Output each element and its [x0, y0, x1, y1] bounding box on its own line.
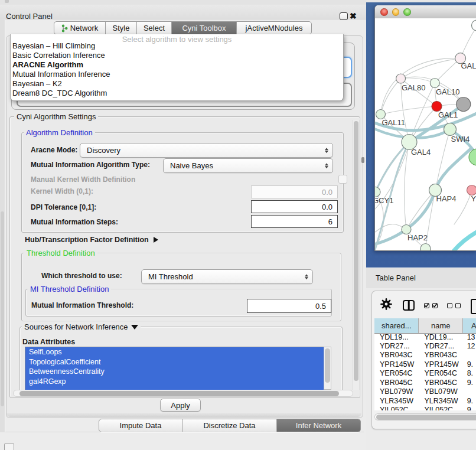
tab-style[interactable]: Style — [106, 22, 137, 34]
table-row[interactable]: YDL19...YDL19...13 — [374, 333, 476, 342]
network-view-window: GALGAL80GAL10GAL1GAL11SWI4GAL4GCY1HAP4YH… — [374, 5, 476, 251]
tab-label: Discretize Data — [203, 421, 255, 430]
manual-kernel-checkbox[interactable] — [338, 175, 347, 184]
mi-type-label: Mutual Information Algorithm Type: — [31, 161, 150, 169]
dpi-tolerance-label: DPI Tolerance [0,1]: — [31, 203, 96, 211]
column-header[interactable]: name — [419, 318, 463, 333]
settings-horizontal-scrollbar-thumb[interactable] — [19, 391, 339, 396]
sources-toggle[interactable]: Sources for Network Inference — [22, 322, 141, 331]
tab-jactivemnodules[interactable]: jActiveMNodules — [237, 22, 311, 34]
data-attributes-list[interactable]: SelfLoopsTopologicalCoefficientBetweenne… — [25, 347, 324, 391]
attribute-item[interactable]: BetweennessCentrality — [25, 367, 324, 377]
column-header[interactable]: A — [463, 318, 476, 333]
attribute-item[interactable]: SelfLoops — [25, 347, 324, 357]
which-threshold-combo[interactable]: MI Threshold — [141, 269, 313, 284]
checked-box-icon[interactable] — [424, 303, 429, 308]
bottom-tab-impute-data[interactable]: Impute Data — [99, 419, 182, 432]
attribute-item[interactable]: TopologicalCoefficient — [25, 357, 324, 367]
app-top-strip — [0, 0, 366, 5]
close-traffic-light[interactable] — [380, 8, 388, 16]
hub-definition-toggle[interactable]: Hub/Transcription Factor Definition — [25, 236, 158, 244]
table-row[interactable]: YDR27...YDR27...12 — [374, 342, 476, 351]
table-row[interactable]: YBR043CYBR043C — [374, 351, 476, 360]
table-row[interactable]: YBR045CYBR045C9. — [374, 379, 476, 387]
table-row[interactable]: YER054CYER054C8. — [374, 369, 476, 378]
table-row[interactable]: YLR345WYLR345W9. — [374, 397, 476, 406]
table-panel-title: Table Panel — [376, 273, 416, 282]
aracne-mode-combo[interactable]: Discovery — [80, 143, 333, 158]
algorithm-definition-title: Algorithm Definition — [24, 128, 95, 137]
node-label-GAL10: GAL10 — [436, 87, 459, 96]
dpi-tolerance-field[interactable]: 0.0 — [251, 200, 338, 213]
table-cell: 8. — [463, 369, 476, 378]
tab-label: Cyni Toolbox — [182, 24, 226, 32]
unchecked-box-icon[interactable] — [455, 303, 461, 308]
network-node-Y-salmon[interactable] — [467, 185, 476, 195]
network-node-bottom-cut[interactable] — [420, 244, 431, 251]
data-attributes-label: Data Attributes — [22, 338, 75, 346]
table-cell: YPR145W — [374, 360, 419, 369]
split-columns-icon[interactable] — [403, 300, 415, 311]
table-horizontal-scrollbar-thumb[interactable] — [376, 415, 476, 420]
dropdown-item[interactable]: Bayesian – Hill Climbing — [12, 41, 110, 51]
algorithm-dropdown: Select algorithm to view settings Bayesi… — [10, 34, 344, 101]
bottom-tab-infer-network[interactable]: Infer Network — [277, 419, 360, 432]
network-icon — [61, 24, 68, 32]
tab-cyni-toolbox[interactable]: Cyni Toolbox — [172, 22, 237, 34]
attributes-scrollbar-thumb[interactable] — [325, 348, 330, 383]
control-panel-titlebar: Control Panel ✖ — [0, 5, 366, 19]
network-node-GAL10[interactable] — [430, 79, 439, 88]
network-canvas[interactable]: GALGAL80GAL10GAL1GAL11SWI4GAL4GCY1HAP4YH… — [375, 18, 476, 250]
table-cell: YLR345W — [374, 397, 419, 406]
table-cell: 9. — [463, 406, 476, 410]
dropdown-item[interactable]: Bayesian – K2 — [12, 79, 110, 89]
checked-box-icon[interactable] — [432, 303, 438, 308]
dropdown-item[interactable]: Basic Correlation Inference — [12, 51, 110, 60]
table-cell: YBR045C — [419, 379, 463, 387]
table-cell — [463, 351, 476, 360]
network-node-GAL1-red[interactable] — [432, 102, 442, 112]
table-cell: YPR145W — [419, 360, 463, 369]
network-node-gray-hub[interactable] — [457, 97, 471, 112]
dropdown-item[interactable]: Dream8 DC_TDC Algorithm — [12, 89, 110, 98]
close-icon[interactable]: ✖ — [350, 11, 357, 21]
tab-select[interactable]: Select — [137, 22, 172, 34]
attribute-item[interactable]: gal4RGexp — [25, 377, 324, 387]
document-icon[interactable] — [471, 299, 476, 314]
mi-type-combo[interactable]: Naive Bayes — [163, 158, 333, 173]
dropdown-item[interactable]: ARACNE Algorithm — [12, 60, 110, 70]
gear-icon[interactable] — [380, 298, 392, 312]
settings-vertical-scrollbar-thumb[interactable] — [354, 121, 358, 381]
left-scrollbar-thumb[interactable] — [1, 211, 4, 406]
table-row[interactable]: YBL079WYBL079W — [374, 387, 476, 396]
network-window-titlebar[interactable] — [375, 5, 476, 19]
network-node-top-cut[interactable] — [472, 20, 476, 31]
mi-threshold-field[interactable]: 0.5 — [247, 299, 331, 313]
tab-label: Select — [144, 24, 165, 32]
panel-edge-handle[interactable] — [361, 157, 364, 163]
zoom-traffic-light[interactable] — [403, 8, 411, 16]
which-threshold-value: MI Threshold — [142, 272, 193, 281]
table-cell: 9. — [463, 397, 476, 406]
kernel-width-field[interactable]: 0.0 — [251, 185, 338, 198]
table-row[interactable]: YIL052CYIL052C9. — [374, 406, 476, 410]
table-cell: YBR043C — [419, 351, 463, 360]
network-node-mid-green[interactable] — [444, 123, 457, 136]
tab-network[interactable]: Network — [54, 22, 106, 34]
unchecked-box-icon[interactable] — [447, 303, 452, 308]
network-node-GCY1[interactable] — [375, 187, 380, 197]
minimize-traffic-light[interactable] — [392, 8, 400, 16]
which-threshold-label: Which threshold to use: — [41, 272, 122, 280]
float-icon[interactable] — [340, 12, 348, 20]
bottom-left-checkbox[interactable] — [4, 443, 14, 450]
network-graph: GALGAL80GAL10GAL1GAL11SWI4GAL4GCY1HAP4YH… — [375, 18, 476, 250]
network-node-GAL80[interactable] — [396, 74, 406, 83]
apply-button[interactable]: Apply — [160, 399, 201, 412]
table-row[interactable]: YPR145WYPR145W9. — [374, 360, 476, 369]
table-cell: YBL079W — [419, 387, 463, 396]
screenshot-root: Control Panel ✖ NetworkStyleSelectCyni T… — [0, 0, 476, 450]
column-header[interactable]: shared... — [374, 318, 419, 333]
mi-steps-field[interactable]: 6 — [251, 215, 338, 228]
bottom-tab-discretize-data[interactable]: Discretize Data — [182, 419, 277, 432]
dropdown-item[interactable]: Mutual Information Inference — [12, 70, 110, 79]
